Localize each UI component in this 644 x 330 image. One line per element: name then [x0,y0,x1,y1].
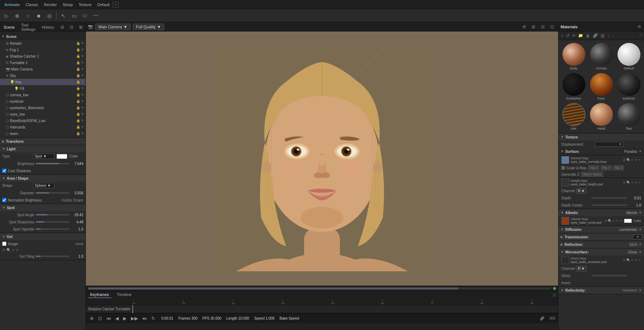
viewport-settings-icon[interactable]: ⚙ [520,23,528,31]
depth-track[interactable] [591,197,627,199]
type-dropdown[interactable]: Spot ▼ [33,154,54,159]
surface-header[interactable]: ▼ Surface: Parallax ▼ [558,148,644,155]
tree-item-tears[interactable]: ⬡ tears 🔒 👁 [0,130,86,137]
rect-tool[interactable]: ▭ [69,11,79,21]
reflectivity-header[interactable]: ▼ Reflectivity: Metalness ▼ [558,287,644,294]
nm-cross1[interactable]: ✕ [635,158,638,162]
mat-tear[interactable]: Tear [615,102,643,132]
tr-eye[interactable]: 👁 [81,132,84,135]
mat-head[interactable]: Head [587,102,615,132]
refl-dd-arrow[interactable]: ▼ [639,243,642,246]
tree-item-sky[interactable]: ☀ Sky 🔒 👁 [0,72,86,79]
spot-angle-value[interactable]: 29.42 [71,213,83,217]
cursor-tool[interactable]: ↖ [58,11,68,21]
object-space-btn[interactable]: Object Space [581,172,603,177]
tl-play[interactable]: ▶ [122,315,128,322]
texture-header[interactable]: ▼ Texture [558,134,644,141]
menu-animate[interactable]: Animate [1,2,23,8]
hm-cross2[interactable]: ✕ [638,181,641,184]
mat-refresh-icon[interactable]: ↺ [565,33,570,39]
metalness-dd-arrow[interactable]: ▼ [639,288,642,292]
gloss-track[interactable] [591,275,627,276]
am-edit[interactable]: ✏ [613,219,615,223]
tl-end-frame[interactable]: 300 [549,316,555,320]
mat-unlink-icon[interactable]: ⛓ [600,33,606,39]
menu-setup[interactable]: Setup [60,2,76,8]
spot-vignette-track[interactable] [36,228,69,230]
eb-eye[interactable]: 👁 [81,100,84,103]
mat-trash-icon[interactable]: 🗑 [585,33,591,39]
channel-dropdown[interactable]: R▼ [576,188,586,194]
gm-edit[interactable]: ✏ [631,258,634,262]
gel-edit-icon[interactable]: ✏ [12,248,15,252]
tl-next-frame[interactable]: ▶▶ [130,315,139,322]
flip-y-btn[interactable]: Flip Y [601,165,612,170]
tree-item-render[interactable]: ⚙ Render 🔒 👁 [0,40,86,47]
scene-header[interactable]: ▼ Scene [0,33,86,40]
flip-z-btn[interactable]: Flip Z [613,165,624,170]
timeline-tab[interactable]: Timeline [115,292,134,298]
tree-item-shadow-catcher[interactable]: ◈ Shadow Catcher 1 🔒 👁 [0,53,86,59]
tree-item-main-camera[interactable]: 📷 Main Camera 🔒 👁 [0,66,86,72]
fog-eye[interactable]: 👁 [81,48,84,52]
el-eye[interactable]: 👁 [81,106,84,110]
gel-tiling-track[interactable] [36,256,69,257]
gel-tiling-value[interactable]: 1.0 [71,254,83,258]
transform-header[interactable]: ▶ Transform [0,138,86,145]
cast-shadows-checkbox[interactable] [2,169,6,173]
ellipse-tool[interactable]: ⬭ [80,11,90,21]
mat-body[interactable]: Body [560,42,587,72]
light-header[interactable]: ▼ Light [0,145,86,152]
nm-edit[interactable]: ✏ [631,158,634,162]
timeline-cursor[interactable] [132,305,133,313]
hm-settings[interactable]: ⚙ [623,181,626,184]
nav-history[interactable]: History [40,24,56,30]
tree-item-key[interactable]: 💡 Key 🔒 👁 [0,79,86,85]
flip-x-btn[interactable]: Flip X [588,165,599,170]
micro-header[interactable]: ▼ Microsurface: Gloss ▼ [558,248,644,256]
spot-sharpness-track[interactable] [36,221,69,223]
diff-dd-arrow[interactable]: ▼ [639,228,642,231]
mat-eyelashes[interactable]: Eyelashes [560,72,587,102]
left-panel-icon-2[interactable]: ⊟ [68,23,75,31]
area-shape-header[interactable]: ▼ Area / Shape [0,175,86,182]
tree-item-eyebrow[interactable]: ⬡ eyebrow 🔒 👁 [0,98,86,105]
tree-item-eyes-low[interactable]: ⬡ eyes_low 🔒 👁 [0,111,86,117]
gm-settings[interactable]: ⚙ [623,258,626,262]
wave-tool[interactable]: 〰 [91,11,101,21]
mc-eye[interactable]: 👁 [81,67,84,71]
mat-hair[interactable]: Hair [560,102,587,132]
person-tool[interactable]: ☻ [34,11,44,21]
am-settings[interactable]: ⚙ [604,219,607,223]
menu-texture[interactable]: Texture [76,2,94,8]
timeline-main-track[interactable] [132,305,556,313]
brightness-value[interactable]: 7.644 [71,162,83,166]
nm-cross2[interactable]: ✕ [638,158,641,162]
gel-header[interactable]: ▼ Gel [0,233,86,240]
quality-dropdown[interactable]: Full Quality ▼ [133,24,164,30]
gel-search-icon[interactable]: 🔍 [6,248,11,252]
tl-add-marker[interactable]: ⊡ [97,315,103,322]
diameter-track[interactable] [36,192,69,194]
tl-skip-end[interactable]: ⏭ [141,315,148,322]
tree-item-base-body[interactable]: ⬡ BaseBodyNSFW_Low 🔒 👁 [0,117,86,124]
mat-import-icon[interactable]: ↑ [606,33,611,39]
tl-link-icon[interactable]: 🔗 [540,316,544,320]
tl-skip-start[interactable]: ⏮ [105,315,112,322]
mat-add-icon[interactable]: + [560,33,564,39]
color-swatch[interactable] [57,154,67,159]
reflection-header[interactable]: ▶ Reflection: GGX ▼ [558,241,644,248]
circle-select-tool[interactable]: ○ [23,11,33,21]
mat-eyes[interactable]: Eyes [587,72,615,102]
tl-add-key[interactable]: ⊕ [89,315,95,322]
gel-cross-icon[interactable]: ✕ [16,248,19,252]
spot-sharpness-value[interactable]: 4.48 [71,220,83,224]
displacement-dropdown[interactable]: ▼ [595,142,624,147]
nav-scene[interactable]: Scene [1,24,17,30]
transmission-dropdown[interactable]: ▼ [633,234,642,239]
transmission-header[interactable]: ▶ Transmission: ▼ [558,233,644,241]
mat-default[interactable]: Default [615,42,643,72]
scale-bias-toggle[interactable] [561,166,565,170]
timeline-expand-icon[interactable]: ⊡ [553,293,556,297]
depth-center-value[interactable]: 1.0 [629,203,641,207]
